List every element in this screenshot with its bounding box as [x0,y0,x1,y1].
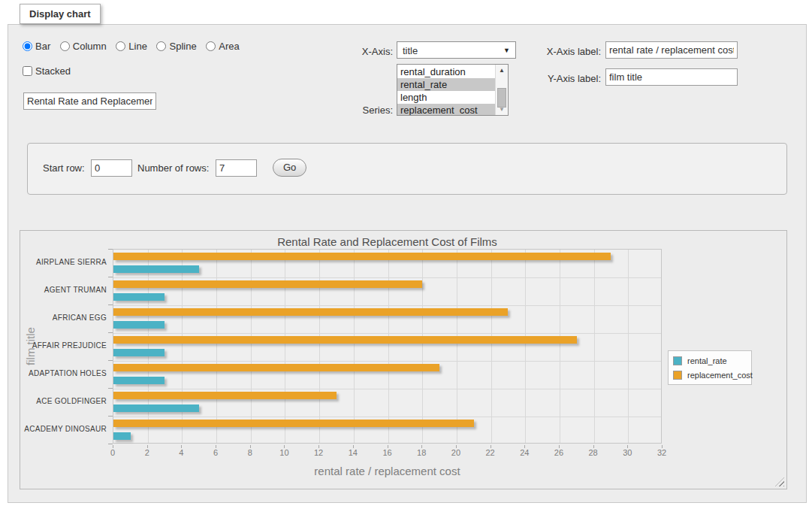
x-tick-mark [593,445,594,448]
x-tick-label: 16 [373,448,403,457]
x-tick-label: 12 [303,448,334,457]
x-tick-label: 26 [544,448,574,457]
chart-legend: rental_ratereplacement_cost [668,350,752,385]
spline-radio[interactable] [156,41,166,51]
x-tick-mark [250,445,251,448]
x-tick-label: 4 [166,448,196,457]
legend-label: rental_rate [687,356,727,365]
gridline-vertical [388,250,389,443]
area-radio[interactable] [206,41,216,51]
y-tick-label: ADAPTATION HOLES [29,369,107,377]
gridline-horizontal [113,389,661,389]
stacked-label: Stacked [35,65,71,77]
series-listbox[interactable]: rental_durationrental_ratelengthreplacem… [397,64,509,116]
legend-swatch-replacement_cost [673,371,682,380]
x-axis-select-label: X-Axis: [342,46,393,57]
panel-title: Display chart [20,4,101,24]
x-axis-label-label: X-Axis label: [526,46,601,57]
x-tick-label: 18 [406,448,436,457]
y-tick-label: AFRICAN EGG [53,314,107,322]
bar-replacement_cost [113,280,422,288]
x-tick-label: 2 [132,448,162,457]
bar-replacement_cost [113,253,611,260]
x-tick-mark [627,445,628,448]
number-of-rows-label: Number of rows: [137,162,209,174]
x-axis-label-input[interactable] [605,41,738,59]
scroll-up-icon[interactable]: ▲ [496,65,508,76]
chart-type-option-area[interactable]: Area [206,41,239,52]
y-tick-mark [108,249,113,250]
go-button[interactable]: Go [273,159,306,177]
start-row-label: Start row: [43,162,85,174]
series-option[interactable]: length [397,91,495,104]
x-axis-selected-value: title [403,45,418,56]
x-tick-mark [318,445,319,448]
y-tick-label: AFFAIR PREJUDICE [32,341,107,350]
x-tick-mark [181,445,182,448]
bar-replacement_cost [113,336,577,344]
line-radio[interactable] [116,41,125,51]
x-tick-mark [491,445,491,448]
stacked-checkbox[interactable] [23,66,32,76]
chart-title-input[interactable] [23,92,156,110]
x-tick-label: 6 [201,448,231,457]
x-tick-label: 32 [647,448,677,457]
y-axis-label-input[interactable] [605,68,738,86]
x-tick-label: 22 [475,448,506,457]
x-tick-label: 30 [612,448,642,457]
gridline-vertical [422,250,423,443]
series-option[interactable]: replacement_cost [397,104,495,116]
x-tick-label: 10 [269,448,299,457]
column-radio[interactable] [60,41,70,51]
bar-radio[interactable] [23,41,32,51]
series-option[interactable]: rental_rate [397,78,495,91]
gridline-horizontal [113,277,661,278]
y-tick-label: AIRPLANE SIERRA [36,258,107,266]
bar-rental_rate [113,265,199,273]
gridline-vertical [285,250,285,443]
start-row-input[interactable] [91,159,132,177]
line-radio-label: Line [128,41,147,52]
series-scrollbar[interactable]: ▲ ▼ [495,65,508,115]
x-tick-mark [524,445,525,448]
x-tick-mark [216,445,216,448]
gridline-vertical [594,250,595,443]
number-of-rows-input[interactable] [216,159,257,177]
x-tick-mark [456,445,457,448]
chart-container: Rental Rate and Replacement Cost of Film… [20,230,787,489]
bar-rental_rate [113,404,199,412]
chart-type-option-bar[interactable]: Bar [23,41,50,52]
legend-item: replacement_cost [673,368,747,382]
y-tick-mark [108,304,113,305]
scroll-down-icon[interactable]: ▼ [496,104,508,115]
legend-label: replacement_cost [687,371,753,380]
y-tick-label: ACADEMY DINOSAUR [24,425,107,433]
x-tick-mark [353,445,354,448]
stacked-option[interactable]: Stacked [23,65,71,77]
chart-type-option-line[interactable]: Line [116,41,147,52]
dropdown-caret-icon: ▼ [503,47,510,54]
resize-handle-icon[interactable] [775,477,784,486]
series-options: rental_durationrental_ratelengthreplacem… [397,65,495,116]
chart-type-option-column[interactable]: Column [60,41,107,52]
chart-type-option-spline[interactable]: Spline [156,41,196,52]
y-tick-mark [108,444,113,444]
gridline-horizontal [113,361,661,362]
plot-area [113,249,662,444]
gridline-vertical [525,250,526,443]
bar-rental_rate [113,293,165,301]
area-radio-label: Area [219,41,239,52]
spline-radio-label: Spline [169,41,196,52]
x-tick-label: 0 [98,448,128,457]
gridline-horizontal [113,305,661,306]
gridline-vertical [251,250,252,443]
bar-replacement_cost [113,308,508,316]
gridline-vertical [354,250,355,443]
series-option[interactable]: rental_duration [397,65,495,78]
gridline-vertical [560,250,560,443]
x-axis-select[interactable]: title ▼ [397,41,516,59]
y-tick-mark [108,388,113,389]
x-tick-label: 8 [235,448,265,457]
series-select-label: Series: [342,105,393,116]
gridline-vertical [216,250,217,443]
